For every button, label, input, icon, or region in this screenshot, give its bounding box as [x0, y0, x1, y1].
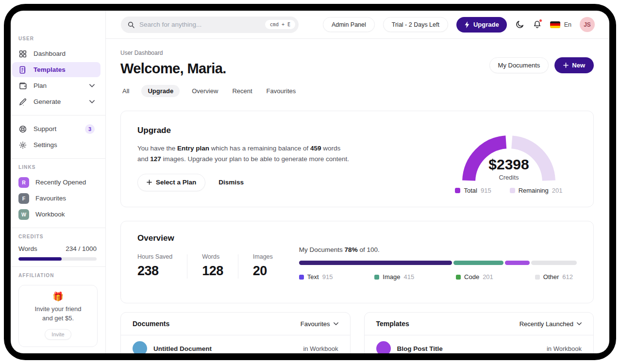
trial-status-button[interactable]: Trial - 2 Days Left [383, 17, 448, 32]
gift-icon: 🎁 [23, 292, 93, 301]
sidebar-divider [11, 228, 105, 228]
moon-icon [515, 20, 524, 29]
stat-label: Images [253, 253, 273, 260]
tab-all[interactable]: All [120, 85, 131, 97]
avatar-initials: JS [584, 21, 591, 28]
notifications-button[interactable] [533, 20, 542, 29]
affiliation-card: 🎁 Invite your friend and get $5. Invite [18, 285, 98, 347]
user-avatar[interactable]: JS [580, 17, 595, 32]
bar-segment-image [453, 261, 503, 265]
tab-recent[interactable]: Recent [230, 85, 254, 97]
tab-overview[interactable]: Overview [190, 85, 220, 97]
sidebar-link-workbook[interactable]: W Workbook [12, 207, 101, 222]
language-selector[interactable] [550, 21, 560, 28]
documents-filter-dropdown[interactable]: Favourites [301, 320, 338, 328]
legend-value: 915 [322, 273, 333, 281]
select-plan-button[interactable]: Select a Plan [137, 174, 205, 191]
affiliation-text-line2: and get $5. [23, 314, 93, 323]
legend-value: 612 [562, 273, 573, 281]
link-initial-badge: W [18, 209, 29, 220]
document-title: Untitled Document [153, 345, 212, 352]
invite-button[interactable]: Invite [45, 329, 71, 340]
sidebar-item-label: Settings [34, 141, 57, 149]
dashboard-grid-icon [18, 50, 27, 58]
gauge-legend-remaining: Remaining 201 [510, 187, 563, 194]
lightning-icon [464, 21, 470, 28]
legend-label: Text [307, 273, 319, 281]
legend-swatch [456, 275, 461, 280]
affiliation-text-line1: Invite your friend [23, 305, 93, 314]
upgrade-card: Upgrade You have the Entry plan which ha… [120, 111, 594, 207]
sidebar-item-support[interactable]: Support 3 [12, 121, 101, 136]
legend-swatch [374, 275, 379, 280]
tab-favourites[interactable]: Favourites [265, 85, 298, 97]
bar-segment-code [505, 261, 530, 265]
upgrade-card-title: Upgrade [137, 126, 351, 135]
select-plan-label: Select a Plan [156, 179, 196, 186]
templates-card: Templates Recently Launched Blog Post Ti… [364, 312, 594, 353]
stat-words: Words 128 [202, 253, 223, 279]
credits-block: Words 234 / 1000 [11, 244, 105, 261]
legend-swatch [535, 275, 540, 280]
credits-progress-track [18, 257, 97, 261]
sidebar-item-label: Workbook [35, 211, 65, 218]
notification-dot [539, 19, 542, 22]
overview-card: Overview Hours Saved 238 Words 128 [120, 221, 594, 303]
documents-card: Documents Favourites Untitled Document i… [120, 312, 351, 353]
sidebar-item-templates[interactable]: Templates [12, 62, 101, 77]
link-initial-badge: F [18, 193, 29, 204]
legend-label: Image [383, 273, 400, 281]
sidebar-link-recently-opened[interactable]: R Recently Opened [12, 175, 101, 190]
stat-value: 128 [202, 264, 223, 279]
dismiss-button[interactable]: Dismiss [218, 179, 244, 186]
template-title: Blog Post Title [397, 345, 443, 352]
document-avatar [133, 341, 147, 353]
template-row[interactable]: Blog Post Title in Workbook [365, 335, 594, 353]
gauge-center-value: $2398 [488, 156, 529, 172]
legend-value: 201 [552, 187, 563, 194]
sidebar-item-label: Support [34, 125, 56, 132]
search-input[interactable]: Search for anything... cmd + E [121, 17, 299, 33]
bar-segment-text [299, 261, 452, 265]
lifebuoy-icon [18, 125, 27, 133]
plus-icon [563, 63, 569, 68]
half-donut-gauge: $2398 Credits [452, 126, 565, 182]
sidebar-item-generate[interactable]: Generate [12, 94, 101, 109]
legend-label: Code [464, 273, 479, 281]
sidebar-item-label: Generate [34, 98, 61, 105]
upgrade-button[interactable]: Upgrade [456, 17, 507, 33]
link-initial-badge: R [18, 177, 29, 188]
legend-label: Other [543, 273, 559, 281]
legend-value: 201 [483, 273, 493, 281]
dark-mode-toggle[interactable] [515, 20, 524, 29]
sidebar-link-favourites[interactable]: F Favourites [12, 191, 101, 206]
admin-panel-button[interactable]: Admin Panel [323, 17, 375, 32]
topbar: Search for anything... cmd + E Admin Pan… [106, 11, 609, 39]
wallet-icon [18, 82, 27, 90]
credits-type-label: Words [18, 245, 37, 252]
tab-upgrade[interactable]: Upgrade [141, 85, 180, 97]
chevron-down-icon [89, 100, 95, 103]
sidebar-item-plan[interactable]: Plan [12, 78, 101, 93]
templates-filter-dropdown[interactable]: Recently Launched [519, 320, 582, 328]
bar-legend: Text915 Image415 Code201 Other612 [299, 273, 577, 281]
sidebar-item-dashboard[interactable]: Dashboard [12, 46, 101, 61]
stat-label: Hours Saved [137, 253, 172, 260]
gear-icon [18, 141, 27, 149]
overview-card-title: Overview [137, 233, 273, 243]
support-count-badge: 3 [85, 124, 95, 134]
sidebar-section-affiliation: AFFILIATION [11, 273, 105, 283]
new-button-label: New [572, 62, 585, 69]
legend-swatch [455, 188, 460, 193]
language-code: En [564, 21, 571, 28]
sidebar-item-label: Templates [34, 66, 66, 73]
filter-label: Favourites [301, 320, 330, 328]
new-button[interactable]: New [554, 57, 594, 73]
page-content: User Dashboard Welcome, Maria. My Docume… [106, 39, 609, 353]
sidebar-item-settings[interactable]: Settings [12, 137, 101, 152]
sidebar-divider [11, 158, 105, 159]
document-row[interactable]: Untitled Document in Workbook [121, 335, 350, 353]
my-documents-button[interactable]: My Documents [489, 57, 549, 73]
template-avatar [376, 341, 391, 353]
sidebar-divider [11, 266, 105, 267]
